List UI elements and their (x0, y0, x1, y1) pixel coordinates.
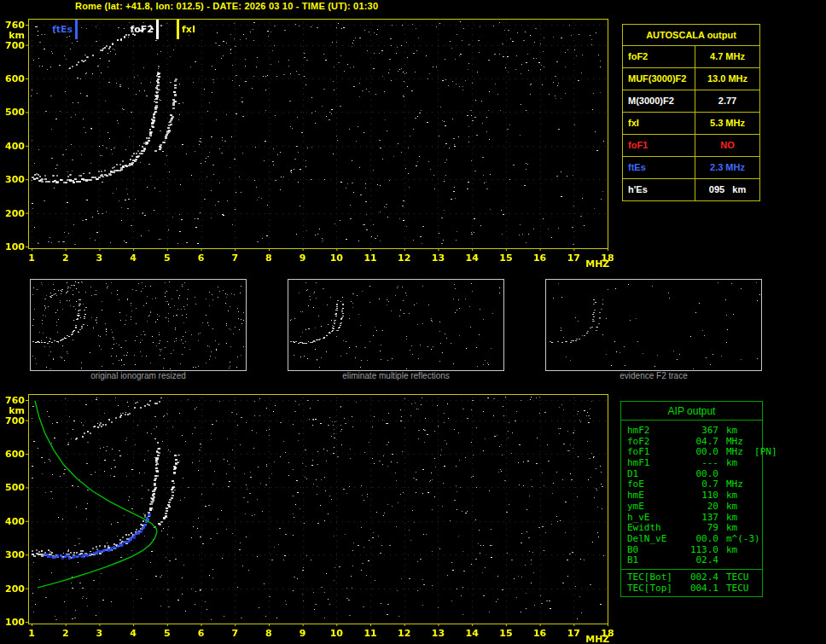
value-cell: 110 (688, 490, 718, 502)
panel-caption: evidence F2 trace (545, 371, 762, 380)
unit-cell: km (718, 490, 762, 502)
panel-caption: eliminate multiple reflections (288, 371, 504, 380)
value-cell: 00.0 (688, 534, 718, 545)
autoscala-table-title: AUTOSCALA output (623, 25, 759, 46)
unit-cell: km (718, 502, 762, 513)
value-cell: 2.77 (695, 90, 759, 112)
unit-cell (718, 555, 762, 566)
param-cell: hmE (621, 490, 688, 502)
value-cell: 095 km (695, 179, 759, 200)
param-cell: ftEs (623, 157, 695, 178)
param-cell: foF1 (623, 135, 695, 156)
param-cell: B1 (621, 555, 688, 566)
table-row: hmF1---km (621, 458, 762, 469)
table-row: B0113.0km (621, 545, 762, 556)
value-cell: 4.7 MHz (695, 46, 759, 67)
table-row: DelN_vE00.0m^(-3) (621, 534, 762, 545)
param-cell: fxI (623, 113, 695, 134)
value-cell: 2.3 MHz (695, 157, 759, 178)
value-cell: NO (695, 135, 759, 156)
table-row: ftEs2.3 MHz (623, 157, 759, 179)
unit-cell: m^(-3) (718, 534, 762, 545)
unit-cell: TECU (718, 572, 762, 583)
value-cell: 20 (688, 502, 718, 513)
param-cell: Ewidth (621, 523, 688, 534)
unit-cell: MHz (718, 479, 762, 490)
value-cell: 367 (688, 426, 718, 437)
aip-table-body: hmF2367kmfoF204.7MHzfoF100.0MHz [PN]hmF1… (621, 421, 762, 569)
panel-original-ionogram (30, 279, 247, 371)
param-cell: foF2 (623, 46, 695, 67)
panel-eliminate-reflections (288, 279, 504, 371)
aip-output-table: AIP output hmF2367kmfoF204.7MHzfoF100.0M… (620, 401, 763, 597)
value-cell: 79 (688, 523, 718, 534)
unit-cell: km (718, 513, 762, 524)
param-cell: MUF(3000)F2 (623, 68, 695, 90)
param-cell: ymE (621, 502, 688, 513)
param-cell: hmF1 (621, 458, 688, 469)
param-cell: M(3000)F2 (623, 90, 695, 112)
unit-cell: km (718, 458, 762, 469)
param-cell: TEC[Bot] (621, 572, 688, 583)
table-row: TEC[Bot]002.4TECU (621, 572, 762, 583)
param-cell: hmF2 (621, 426, 688, 437)
table-row: MUF(3000)F213.0 MHz (623, 68, 759, 90)
panel-caption: original ionogram resized (30, 371, 247, 380)
table-row: B102.4 (621, 555, 762, 566)
value-cell: 004.1 (688, 583, 718, 595)
value-cell: 002.4 (688, 572, 718, 583)
top-ionogram-plot (5, 14, 616, 270)
unit-cell: km (718, 523, 762, 534)
autoscala-table-body: foF24.7 MHzMUF(3000)F213.0 MHzM(3000)F22… (623, 46, 759, 200)
unit-cell: TECU (718, 583, 762, 595)
table-row: hmE110km (621, 490, 762, 502)
unit-cell: km (718, 426, 762, 437)
value-cell: 13.0 MHz (695, 68, 759, 90)
param-cell: DelN_vE (621, 534, 688, 545)
value-cell: --- (688, 458, 718, 469)
table-row: fxI5.3 MHz (623, 113, 759, 135)
table-row: Ewidth79km (621, 523, 762, 534)
page-title: Rome (lat: +41.8, lon: 012.5) - DATE: 20… (75, 1, 378, 11)
value-cell: 5.3 MHz (695, 113, 759, 134)
table-row: ymE20km (621, 502, 762, 513)
unit-cell: km (718, 545, 762, 556)
table-row: foF1NO (623, 135, 759, 157)
autoscala-output-table: AUTOSCALA output foF24.7 MHzMUF(3000)F21… (622, 24, 760, 201)
table-row: hmF2367km (621, 426, 762, 437)
aip-tec-section: TEC[Bot]002.4TECUTEC[Top]004.1TECU (621, 569, 762, 596)
bottom-ionogram-plot (5, 389, 616, 644)
param-cell: TEC[Top] (621, 583, 688, 595)
table-row: foF24.7 MHz (623, 46, 759, 68)
param-cell: h'Es (623, 179, 695, 200)
table-row: TEC[Top]004.1TECU (621, 583, 762, 595)
table-row: h'Es095 km (623, 179, 759, 200)
table-row: M(3000)F22.77 (623, 90, 759, 113)
value-cell: 02.4 (688, 555, 718, 566)
aip-table-title: AIP output (621, 402, 762, 421)
panel-evidence-f2-trace (545, 279, 762, 371)
